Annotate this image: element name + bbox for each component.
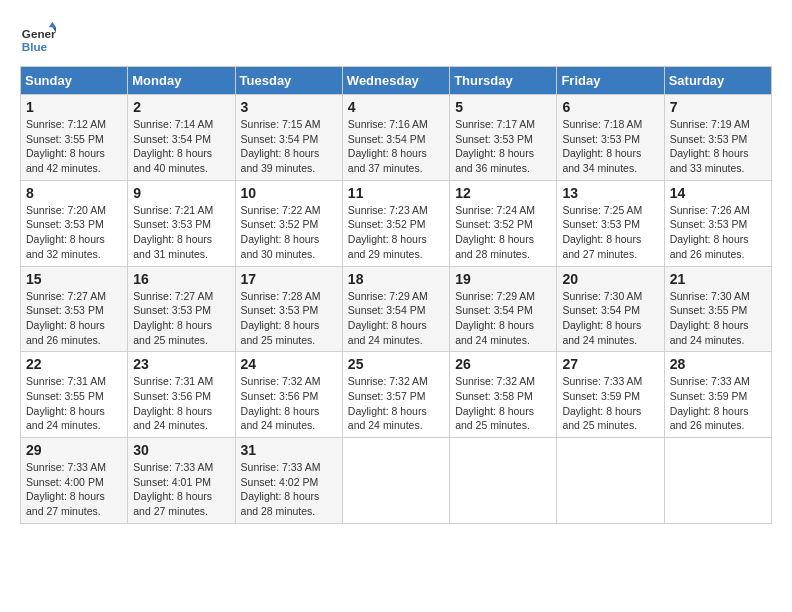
- day-number: 21: [670, 271, 766, 287]
- day-header-saturday: Saturday: [664, 67, 771, 95]
- day-number: 16: [133, 271, 229, 287]
- empty-cell: [557, 438, 664, 524]
- week-row-1: 1Sunrise: 7:12 AMSunset: 3:55 PMDaylight…: [21, 95, 772, 181]
- day-number: 27: [562, 356, 658, 372]
- day-cell-14: 14Sunrise: 7:26 AMSunset: 3:53 PMDayligh…: [664, 180, 771, 266]
- day-cell-5: 5Sunrise: 7:17 AMSunset: 3:53 PMDaylight…: [450, 95, 557, 181]
- day-info: Sunrise: 7:33 AMSunset: 3:59 PMDaylight:…: [670, 374, 766, 433]
- week-row-5: 29Sunrise: 7:33 AMSunset: 4:00 PMDayligh…: [21, 438, 772, 524]
- day-number: 25: [348, 356, 444, 372]
- day-number: 19: [455, 271, 551, 287]
- day-header-wednesday: Wednesday: [342, 67, 449, 95]
- day-info: Sunrise: 7:12 AMSunset: 3:55 PMDaylight:…: [26, 117, 122, 176]
- day-cell-22: 22Sunrise: 7:31 AMSunset: 3:55 PMDayligh…: [21, 352, 128, 438]
- day-info: Sunrise: 7:27 AMSunset: 3:53 PMDaylight:…: [26, 289, 122, 348]
- day-number: 23: [133, 356, 229, 372]
- day-number: 6: [562, 99, 658, 115]
- day-info: Sunrise: 7:19 AMSunset: 3:53 PMDaylight:…: [670, 117, 766, 176]
- day-cell-19: 19Sunrise: 7:29 AMSunset: 3:54 PMDayligh…: [450, 266, 557, 352]
- day-number: 24: [241, 356, 337, 372]
- day-cell-9: 9Sunrise: 7:21 AMSunset: 3:53 PMDaylight…: [128, 180, 235, 266]
- day-info: Sunrise: 7:24 AMSunset: 3:52 PMDaylight:…: [455, 203, 551, 262]
- day-info: Sunrise: 7:32 AMSunset: 3:57 PMDaylight:…: [348, 374, 444, 433]
- day-info: Sunrise: 7:31 AMSunset: 3:56 PMDaylight:…: [133, 374, 229, 433]
- day-cell-26: 26Sunrise: 7:32 AMSunset: 3:58 PMDayligh…: [450, 352, 557, 438]
- day-number: 7: [670, 99, 766, 115]
- day-cell-10: 10Sunrise: 7:22 AMSunset: 3:52 PMDayligh…: [235, 180, 342, 266]
- day-info: Sunrise: 7:23 AMSunset: 3:52 PMDaylight:…: [348, 203, 444, 262]
- day-info: Sunrise: 7:16 AMSunset: 3:54 PMDaylight:…: [348, 117, 444, 176]
- day-info: Sunrise: 7:33 AMSunset: 4:02 PMDaylight:…: [241, 460, 337, 519]
- day-cell-2: 2Sunrise: 7:14 AMSunset: 3:54 PMDaylight…: [128, 95, 235, 181]
- day-header-sunday: Sunday: [21, 67, 128, 95]
- day-cell-17: 17Sunrise: 7:28 AMSunset: 3:53 PMDayligh…: [235, 266, 342, 352]
- day-cell-11: 11Sunrise: 7:23 AMSunset: 3:52 PMDayligh…: [342, 180, 449, 266]
- day-number: 15: [26, 271, 122, 287]
- day-number: 31: [241, 442, 337, 458]
- day-info: Sunrise: 7:21 AMSunset: 3:53 PMDaylight:…: [133, 203, 229, 262]
- day-cell-28: 28Sunrise: 7:33 AMSunset: 3:59 PMDayligh…: [664, 352, 771, 438]
- week-row-2: 8Sunrise: 7:20 AMSunset: 3:53 PMDaylight…: [21, 180, 772, 266]
- day-header-tuesday: Tuesday: [235, 67, 342, 95]
- day-cell-23: 23Sunrise: 7:31 AMSunset: 3:56 PMDayligh…: [128, 352, 235, 438]
- week-row-4: 22Sunrise: 7:31 AMSunset: 3:55 PMDayligh…: [21, 352, 772, 438]
- day-header-friday: Friday: [557, 67, 664, 95]
- day-info: Sunrise: 7:30 AMSunset: 3:54 PMDaylight:…: [562, 289, 658, 348]
- day-cell-25: 25Sunrise: 7:32 AMSunset: 3:57 PMDayligh…: [342, 352, 449, 438]
- day-number: 5: [455, 99, 551, 115]
- day-header-thursday: Thursday: [450, 67, 557, 95]
- day-info: Sunrise: 7:26 AMSunset: 3:53 PMDaylight:…: [670, 203, 766, 262]
- day-number: 2: [133, 99, 229, 115]
- day-cell-12: 12Sunrise: 7:24 AMSunset: 3:52 PMDayligh…: [450, 180, 557, 266]
- day-info: Sunrise: 7:18 AMSunset: 3:53 PMDaylight:…: [562, 117, 658, 176]
- day-number: 22: [26, 356, 122, 372]
- day-info: Sunrise: 7:33 AMSunset: 3:59 PMDaylight:…: [562, 374, 658, 433]
- day-number: 28: [670, 356, 766, 372]
- day-info: Sunrise: 7:28 AMSunset: 3:53 PMDaylight:…: [241, 289, 337, 348]
- day-cell-31: 31Sunrise: 7:33 AMSunset: 4:02 PMDayligh…: [235, 438, 342, 524]
- day-number: 4: [348, 99, 444, 115]
- logo: General Blue: [20, 20, 56, 56]
- svg-text:General: General: [22, 27, 56, 40]
- day-info: Sunrise: 7:25 AMSunset: 3:53 PMDaylight:…: [562, 203, 658, 262]
- day-cell-8: 8Sunrise: 7:20 AMSunset: 3:53 PMDaylight…: [21, 180, 128, 266]
- day-info: Sunrise: 7:29 AMSunset: 3:54 PMDaylight:…: [455, 289, 551, 348]
- day-cell-29: 29Sunrise: 7:33 AMSunset: 4:00 PMDayligh…: [21, 438, 128, 524]
- day-number: 13: [562, 185, 658, 201]
- day-number: 29: [26, 442, 122, 458]
- day-info: Sunrise: 7:30 AMSunset: 3:55 PMDaylight:…: [670, 289, 766, 348]
- day-info: Sunrise: 7:33 AMSunset: 4:00 PMDaylight:…: [26, 460, 122, 519]
- empty-cell: [342, 438, 449, 524]
- day-info: Sunrise: 7:15 AMSunset: 3:54 PMDaylight:…: [241, 117, 337, 176]
- day-info: Sunrise: 7:31 AMSunset: 3:55 PMDaylight:…: [26, 374, 122, 433]
- empty-cell: [664, 438, 771, 524]
- day-cell-20: 20Sunrise: 7:30 AMSunset: 3:54 PMDayligh…: [557, 266, 664, 352]
- day-number: 10: [241, 185, 337, 201]
- day-header-monday: Monday: [128, 67, 235, 95]
- day-cell-27: 27Sunrise: 7:33 AMSunset: 3:59 PMDayligh…: [557, 352, 664, 438]
- day-cell-1: 1Sunrise: 7:12 AMSunset: 3:55 PMDaylight…: [21, 95, 128, 181]
- day-number: 3: [241, 99, 337, 115]
- day-cell-6: 6Sunrise: 7:18 AMSunset: 3:53 PMDaylight…: [557, 95, 664, 181]
- day-info: Sunrise: 7:33 AMSunset: 4:01 PMDaylight:…: [133, 460, 229, 519]
- svg-text:Blue: Blue: [22, 40, 48, 53]
- day-number: 18: [348, 271, 444, 287]
- day-number: 1: [26, 99, 122, 115]
- week-row-3: 15Sunrise: 7:27 AMSunset: 3:53 PMDayligh…: [21, 266, 772, 352]
- day-number: 26: [455, 356, 551, 372]
- day-number: 20: [562, 271, 658, 287]
- day-cell-24: 24Sunrise: 7:32 AMSunset: 3:56 PMDayligh…: [235, 352, 342, 438]
- day-info: Sunrise: 7:22 AMSunset: 3:52 PMDaylight:…: [241, 203, 337, 262]
- day-number: 17: [241, 271, 337, 287]
- day-number: 9: [133, 185, 229, 201]
- day-number: 11: [348, 185, 444, 201]
- day-cell-30: 30Sunrise: 7:33 AMSunset: 4:01 PMDayligh…: [128, 438, 235, 524]
- svg-marker-2: [49, 22, 56, 27]
- day-info: Sunrise: 7:14 AMSunset: 3:54 PMDaylight:…: [133, 117, 229, 176]
- day-number: 14: [670, 185, 766, 201]
- day-cell-21: 21Sunrise: 7:30 AMSunset: 3:55 PMDayligh…: [664, 266, 771, 352]
- day-cell-15: 15Sunrise: 7:27 AMSunset: 3:53 PMDayligh…: [21, 266, 128, 352]
- day-cell-3: 3Sunrise: 7:15 AMSunset: 3:54 PMDaylight…: [235, 95, 342, 181]
- day-number: 30: [133, 442, 229, 458]
- logo-icon: General Blue: [20, 20, 56, 56]
